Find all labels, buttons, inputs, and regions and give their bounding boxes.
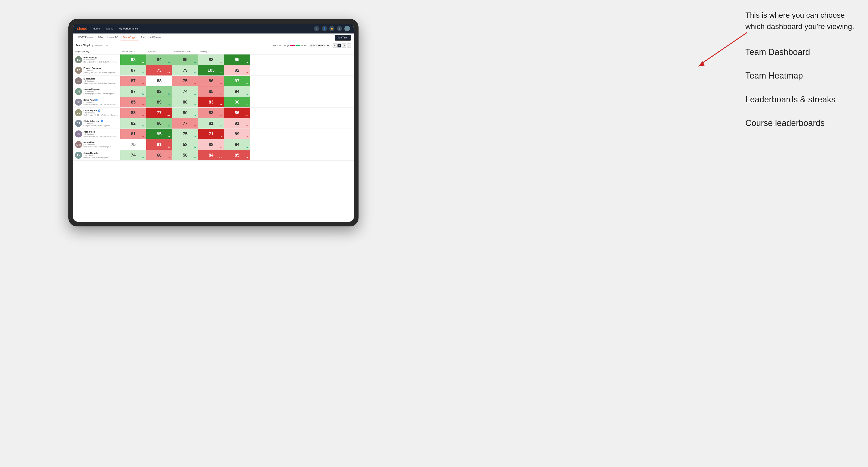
stat-change: 3▲	[142, 125, 144, 127]
export-button[interactable]: ↓	[347, 43, 351, 48]
table-row[interactable]: CQCharlie Quick✓6-10 HandicapSt. George'…	[73, 107, 354, 118]
change-arrow: 3▼	[246, 72, 248, 73]
heatmap-view-button[interactable]: ▦	[337, 43, 342, 48]
change-arrow: 9▲	[246, 61, 248, 63]
stat-change: 3▼	[194, 83, 196, 84]
stat-cell-1: 88	[146, 76, 172, 86]
stat-change: 14▼	[167, 115, 170, 116]
col-player-quality: Player Quality ↓	[73, 49, 120, 54]
stat-change: 3▲	[194, 104, 196, 105]
tab-tour[interactable]: Tour	[138, 34, 148, 41]
stat-value: 60	[157, 121, 161, 126]
change-arrow: 3▼	[194, 83, 196, 84]
stat-cell-4: 959▲	[224, 55, 250, 65]
stat-cell-2: 5810▲	[172, 150, 198, 160]
change-neg: -5	[301, 44, 303, 47]
table-row[interactable]: BMBlair McHargPlus HandicapRoyal North D…	[73, 55, 354, 65]
tab-all-players[interactable]: All Players	[148, 34, 163, 41]
table-row[interactable]: JCJosh Coles1-5 HandicapRoyal North Devo…	[73, 129, 354, 139]
stat-change: 3▼	[246, 72, 248, 73]
stat-change: 1▲	[246, 93, 248, 95]
table-row[interactable]: ANAaron Nicholls11-15 HandicapDrift Golf…	[73, 150, 354, 161]
notification-icon[interactable]: 🔔	[329, 26, 335, 31]
stat-cell-3: 8421▲	[198, 150, 224, 160]
change-arrow: 3▼	[194, 125, 196, 127]
stat-cell-3: 7111▼	[198, 129, 224, 139]
grid-view-button[interactable]: ⊞	[333, 43, 337, 48]
stat-change: 3▼	[168, 146, 170, 148]
stat-value: 86	[209, 79, 214, 84]
stat-cell-1: 824▲	[146, 86, 172, 97]
player-name: Josh Coles	[84, 131, 118, 133]
change-arrow: 5▲	[246, 83, 248, 84]
change-arrow: 3▲	[142, 125, 144, 127]
stat-value: 58	[183, 142, 187, 147]
table-row[interactable]: MMMatt Miller6-10 HandicapWoburn Golf Cl…	[73, 139, 354, 150]
stat-change: 11▼	[219, 135, 222, 137]
table-row[interactable]: EEElliot Ebert1-5 HandicapSunningdale Go…	[73, 76, 354, 86]
settings-icon[interactable]: ⚙	[337, 26, 342, 31]
subnav: PGAT Players PGA Hcaps 1-5 Team Clippd T…	[73, 33, 354, 42]
stat-cell-4: 892▼	[224, 129, 250, 139]
nav-link-my-performance[interactable]: My Performance	[118, 27, 139, 30]
user-avatar[interactable]	[344, 26, 350, 31]
edit-icon[interactable]: ✏	[106, 44, 108, 47]
stat-value: 103	[208, 68, 215, 73]
stat-cell-3: 881▼	[198, 55, 224, 65]
nav-link-home[interactable]: Home	[92, 27, 101, 30]
stat-cell-2: 753▼	[172, 76, 198, 86]
nav-link-teams[interactable]: Teams	[104, 27, 114, 30]
change-arrow: 3▲	[194, 104, 196, 105]
change-arrow: 10▼	[219, 104, 222, 105]
list-view-button[interactable]: ≡	[342, 43, 346, 48]
change-arrow: 2▼	[220, 146, 222, 148]
stat-change: 2▼	[220, 146, 222, 148]
tab-team-clippd[interactable]: Team Clippd	[121, 34, 138, 41]
tab-pgat-players[interactable]: PGAT Players	[76, 34, 95, 41]
table-row[interactable]: CRChris Robertson✓1-5 HandicapCraigmilla…	[73, 118, 354, 129]
stat-cell-2: 858▲	[172, 55, 198, 65]
stat-change: 4▲	[168, 93, 170, 95]
player-details: Dave Billingham1-5 HandicapGog Magog Gol…	[84, 88, 118, 95]
annotation-item-1: Team Heatmap	[745, 70, 863, 82]
player-info-cell: CRChris Robertson✓1-5 HandicapCraigmilla…	[73, 118, 120, 128]
player-details: Blair McHargPlus HandicapRoyal North Dev…	[84, 56, 118, 63]
player-info-cell: DBDave Billingham1-5 HandicapGog Magog G…	[73, 87, 120, 96]
table-row[interactable]: DFDavid Ford✓Plus HandicapRoyal North De…	[73, 97, 354, 107]
player-info-cell: ANAaron Nicholls11-15 HandicapDrift Golf…	[73, 150, 120, 160]
player-name: Chris Robertson✓	[84, 120, 118, 122]
last-rounds-button[interactable]: ⊞ Last Rounds: 20	[309, 44, 330, 48]
team-header-bar: Team Clippd | 14 Players ✏ 20 Round Chan…	[73, 42, 354, 49]
avatar: EE	[75, 77, 82, 85]
verified-badge: ✓	[98, 110, 100, 112]
player-handicap: 1-5 Handicap	[84, 133, 118, 135]
stat-cell-4: 963▲	[224, 97, 250, 107]
stat-change: 3▼	[220, 93, 222, 95]
change-arrow: 2▲	[168, 125, 170, 127]
stat-value: 85	[183, 57, 187, 62]
stat-value: 83	[131, 111, 135, 115]
tablet-frame: clippd Home Teams My Performance ⌕ 👤 🔔 ⚙…	[68, 19, 359, 226]
navbar-icons: ⌕ 👤 🔔 ⚙	[314, 26, 350, 31]
tab-hcaps[interactable]: Hcaps 1-5	[105, 34, 121, 41]
view-toggle-icons: ⊞ ▦ ≡ ↓	[333, 43, 351, 48]
table-header: Player Quality ↓ Off the Tee → Approach …	[73, 49, 354, 55]
stat-value: 96	[235, 100, 239, 105]
stat-value: 84	[209, 153, 214, 158]
table-row[interactable]: DBDave Billingham1-5 HandicapGog Magog G…	[73, 86, 354, 97]
stat-cell-1: 958▲	[146, 129, 172, 139]
tab-pga[interactable]: PGA	[95, 34, 105, 41]
last-rounds-icon: ⊞	[310, 44, 312, 47]
add-team-button[interactable]: Add Team	[335, 35, 351, 40]
navbar: clippd Home Teams My Performance ⌕ 👤 🔔 ⚙	[73, 24, 354, 33]
stat-cell-1: 897▲	[146, 97, 172, 107]
stat-value: 75	[183, 132, 187, 136]
profile-icon[interactable]: 👤	[322, 26, 327, 31]
table-row[interactable]: ECEdward Crossman1-5 HandicapSunningdale…	[73, 65, 354, 76]
search-icon[interactable]: ⌕	[314, 26, 319, 31]
change-arrow: 8▲	[194, 61, 196, 63]
avatar: MM	[75, 141, 82, 148]
stat-value: 88	[209, 142, 214, 147]
stat-value: 77	[183, 121, 187, 126]
stat-value: 88	[157, 79, 161, 84]
